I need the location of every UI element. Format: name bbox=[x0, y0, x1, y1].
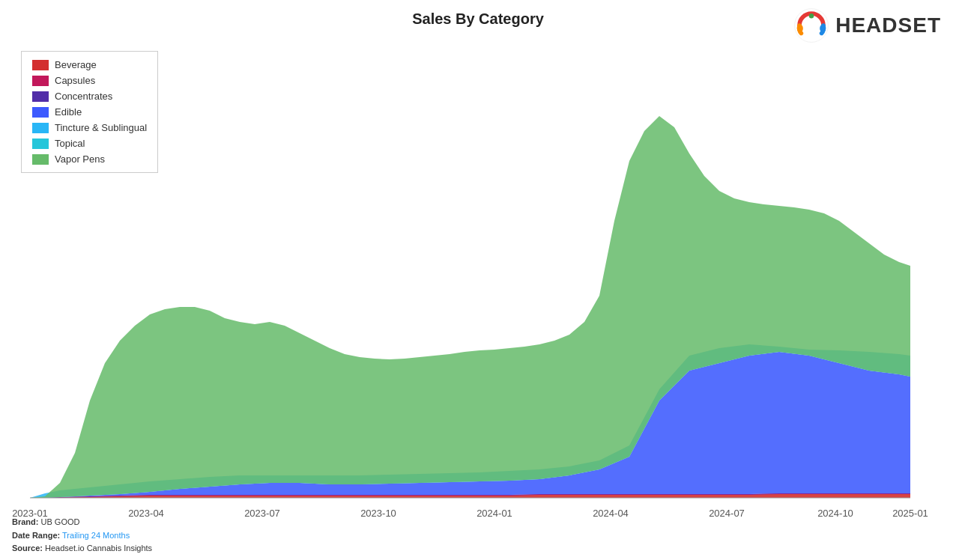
headset-logo-icon bbox=[793, 7, 829, 43]
source-label: Source: bbox=[12, 544, 43, 553]
legend-item-beverage: Beverage bbox=[32, 59, 147, 70]
legend-color-topical bbox=[32, 139, 49, 149]
legend-color-beverage bbox=[32, 60, 49, 70]
x-label-2024-10: 2024-10 bbox=[817, 508, 853, 519]
x-label-2024-07: 2024-07 bbox=[709, 508, 745, 519]
legend-item-vapor-pens: Vapor Pens bbox=[32, 153, 147, 165]
legend-color-concentrates bbox=[32, 91, 49, 102]
x-label-2023-07: 2023-07 bbox=[244, 508, 280, 519]
x-label-2023-10: 2023-10 bbox=[360, 508, 396, 519]
headset-logo: HEADSET bbox=[793, 7, 941, 43]
legend-label-topical: Topical bbox=[55, 138, 85, 149]
x-label-2024-01: 2024-01 bbox=[477, 508, 512, 519]
footer-source: Source: Headset.io Cannabis Insights bbox=[12, 542, 152, 556]
legend-item-concentrates: Concentrates bbox=[32, 91, 147, 102]
chart-legend: Beverage Capsules Concentrates Edible Ti… bbox=[21, 51, 158, 173]
legend-color-tincture bbox=[32, 123, 49, 133]
x-label-2025-01: 2025-01 bbox=[892, 508, 928, 519]
legend-item-tincture: Tincture & Sublingual bbox=[32, 122, 147, 133]
legend-label-vapor-pens: Vapor Pens bbox=[55, 153, 105, 165]
legend-label-concentrates: Concentrates bbox=[55, 91, 112, 102]
legend-label-beverage: Beverage bbox=[55, 59, 97, 70]
legend-label-edible: Edible bbox=[55, 106, 82, 118]
brand-label: Brand: bbox=[12, 517, 38, 526]
footer-date-range: Date Range: Trailing 24 Months bbox=[12, 529, 152, 543]
svg-point-3 bbox=[809, 13, 814, 18]
svg-point-1 bbox=[797, 24, 803, 32]
legend-color-capsules bbox=[32, 76, 49, 86]
date-range-value: Trailing 24 Months bbox=[62, 531, 130, 540]
source-value: Headset.io Cannabis Insights bbox=[45, 544, 152, 553]
legend-item-topical: Topical bbox=[32, 138, 147, 149]
legend-color-vapor-pens bbox=[32, 154, 49, 165]
legend-item-edible: Edible bbox=[32, 106, 147, 118]
legend-color-edible bbox=[32, 107, 49, 118]
logo-text: HEADSET bbox=[835, 13, 941, 37]
chart-container: HEADSET Sales By Category Beverage Capsu… bbox=[0, 0, 956, 560]
svg-point-2 bbox=[820, 24, 826, 32]
x-label-2024-04: 2024-04 bbox=[593, 508, 629, 519]
legend-item-capsules: Capsules bbox=[32, 75, 147, 86]
date-range-label: Date Range: bbox=[12, 531, 60, 540]
brand-value: UB GOOD bbox=[41, 517, 80, 526]
footer-brand: Brand: UB GOOD bbox=[12, 516, 152, 529]
legend-label-tincture: Tincture & Sublingual bbox=[55, 122, 147, 133]
legend-label-capsules: Capsules bbox=[55, 75, 95, 86]
chart-footer: Brand: UB GOOD Date Range: Trailing 24 M… bbox=[12, 516, 152, 556]
